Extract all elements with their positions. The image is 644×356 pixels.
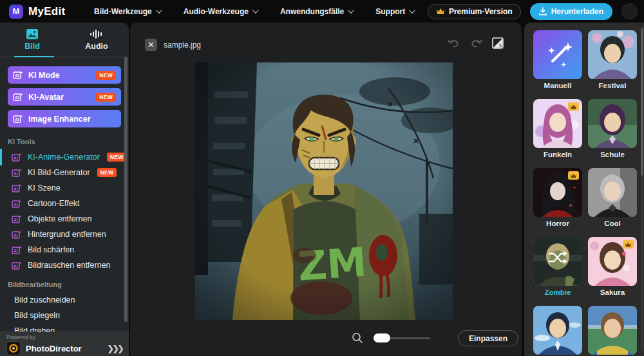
- magic-wand-icon: [533, 30, 582, 79]
- anime-styles-panel: Manuell Festival: [524, 23, 644, 356]
- svg-text:AI: AI: [14, 264, 18, 268]
- ai-plus-icon: AI +: [13, 114, 23, 124]
- style-option-schule[interactable]: Schule: [588, 99, 637, 160]
- sidebar-item-ki-bild-generator[interactable]: AI + KI Bild-Generator NEW: [0, 165, 129, 180]
- style-thumbnail[interactable]: [533, 306, 582, 355]
- top-navbar: M MyEdit Bild-Werkzeuge Audio-Werkzeuge …: [0, 0, 644, 23]
- sidebar-item-cartoon-effekt[interactable]: AI + Cartoon-Effekt: [0, 196, 129, 211]
- style-thumbnail[interactable]: [588, 99, 637, 148]
- sidebar-item-bild-zuschneiden[interactable]: Bild zuschneiden: [0, 292, 129, 308]
- zoom-slider[interactable]: [374, 337, 430, 339]
- menu-bild-werkzeuge[interactable]: Bild-Werkzeuge: [94, 7, 160, 16]
- portrait-art: [533, 306, 582, 355]
- style-option-horror[interactable]: Horror: [533, 168, 582, 229]
- menu-anwendungsfaelle[interactable]: Anwendungsfälle: [280, 7, 352, 16]
- undo-button[interactable]: [448, 38, 460, 50]
- filename-label: sample.jpg: [164, 41, 201, 50]
- sidebar-item-ki-anime-generator[interactable]: AI + KI-Anime-Generator NEW: [0, 149, 129, 165]
- ai-plus-icon: AI +: [12, 153, 22, 162]
- svg-text:+: +: [19, 230, 21, 234]
- premium-crown-badge: [568, 102, 579, 111]
- sidebar-item-bildrauschen-entfernen[interactable]: AI + Bildrauschen entfernen: [0, 258, 129, 273]
- sidebar-scrollbar[interactable]: [124, 57, 128, 344]
- sidebar-item-ki-szene[interactable]: AI + KI Szene: [0, 180, 129, 196]
- scrollbar-thumb[interactable]: [641, 28, 643, 176]
- svg-text:+: +: [19, 183, 21, 188]
- sidebar-item-objekte-entfernen[interactable]: AI + Objekte entfernen: [0, 211, 129, 227]
- sidebar-item-bild-spiegeln[interactable]: Bild spiegeln: [0, 308, 129, 323]
- redo-button[interactable]: [469, 38, 482, 50]
- close-image-button[interactable]: ✕: [145, 39, 157, 51]
- ki-avatar-button[interactable]: AI + KI-Avatar NEW: [8, 88, 121, 106]
- redo-icon: [469, 38, 482, 50]
- app-logo[interactable]: M MyEdit: [0, 5, 90, 19]
- style-thumbnail[interactable]: [588, 168, 637, 217]
- scrollbar-thumb[interactable]: [124, 57, 128, 322]
- premium-crown-badge: [568, 171, 579, 180]
- style-option-sakura[interactable]: Sakura: [588, 237, 637, 297]
- sidebar-item-bild-schaerfen[interactable]: AI + Bild schärfen: [0, 242, 129, 258]
- style-thumbnail[interactable]: [533, 30, 582, 79]
- new-badge: NEW: [107, 153, 127, 162]
- ki-mode-button[interactable]: AI + KI Mode NEW: [8, 66, 121, 84]
- chevron-down-icon: [348, 7, 354, 14]
- audio-waveform-icon: [90, 28, 104, 40]
- ai-plus-icon: AI +: [12, 199, 22, 209]
- main-menu: Bild-Werkzeuge Audio-Werkzeuge Anwendung…: [94, 7, 413, 16]
- style-option-funkeln[interactable]: Funkeln: [533, 99, 582, 160]
- undo-icon: [448, 38, 460, 50]
- style-thumbnail[interactable]: [533, 237, 582, 286]
- fit-to-screen-button[interactable]: Einpassen: [458, 330, 518, 346]
- style-option-zombie[interactable]: Zombie: [533, 237, 582, 297]
- photodirector-logo-icon: [6, 341, 21, 355]
- active-tab-underline: [14, 56, 54, 57]
- menu-support[interactable]: Support: [375, 7, 413, 16]
- style-thumbnail[interactable]: [533, 99, 582, 148]
- download-button[interactable]: Herunterladen: [530, 3, 612, 20]
- svg-text:AI: AI: [15, 117, 19, 122]
- myedit-logo-icon: M: [9, 5, 23, 19]
- styles-panel-scrollbar[interactable]: [641, 28, 643, 351]
- svg-text:AI: AI: [14, 218, 18, 222]
- image-icon: [26, 28, 39, 40]
- chevron-down-icon: [156, 7, 162, 14]
- zoom-slider-thumb[interactable]: [374, 333, 390, 342]
- premium-button[interactable]: Premium-Version: [428, 4, 521, 19]
- new-badge: NEW: [96, 71, 116, 80]
- active-indicator-bar: [0, 149, 2, 165]
- image-enhancer-button[interactable]: AI + Image Enhancer: [8, 110, 121, 127]
- portrait-art: [588, 30, 637, 79]
- style-option-unlabeled-1[interactable]: [533, 306, 582, 356]
- style-thumbnail[interactable]: [533, 168, 582, 217]
- style-thumbnail[interactable]: [588, 306, 637, 355]
- compare-button[interactable]: [491, 37, 506, 51]
- tab-audio[interactable]: Audio: [64, 23, 129, 57]
- svg-text:+: +: [19, 245, 21, 250]
- svg-text:+: +: [20, 114, 23, 118]
- style-option-festival[interactable]: Festival: [588, 30, 637, 91]
- ai-plus-icon: AI +: [12, 230, 22, 239]
- section-title-ki-tools: KI Tools: [0, 130, 129, 149]
- tab-bild[interactable]: Bild: [0, 23, 64, 57]
- svg-text:AI: AI: [14, 248, 18, 253]
- photodirector-banner[interactable]: Powered by PhotoDirector ❯❯❯: [0, 332, 129, 356]
- svg-text:AI: AI: [14, 202, 18, 207]
- ai-plus-icon: AI +: [12, 261, 22, 270]
- style-thumbnail[interactable]: [588, 237, 637, 286]
- style-thumbnail[interactable]: [588, 30, 637, 79]
- svg-text:+: +: [20, 70, 23, 75]
- style-option-cool[interactable]: Cool: [588, 168, 637, 229]
- style-option-unlabeled-2[interactable]: [588, 306, 637, 356]
- ai-plus-icon: AI +: [12, 168, 22, 178]
- menu-audio-werkzeuge[interactable]: Audio-Werkzeuge: [184, 7, 257, 16]
- sidebar-item-hintergrund-entfernen[interactable]: AI + Hintergrund entfernen: [0, 227, 129, 242]
- style-option-manuell[interactable]: Manuell: [533, 30, 582, 91]
- svg-text:AI: AI: [14, 187, 18, 191]
- user-avatar[interactable]: [621, 3, 638, 19]
- new-badge: NEW: [97, 168, 117, 177]
- app-title: MyEdit: [28, 5, 66, 18]
- svg-text:AI: AI: [15, 73, 19, 78]
- portrait-art: [588, 99, 637, 148]
- feature-buttons: AI + KI Mode NEW AI + KI-Avatar NEW AI +…: [0, 57, 129, 130]
- edited-image-zombie-anime[interactable]: ZM: [195, 62, 453, 320]
